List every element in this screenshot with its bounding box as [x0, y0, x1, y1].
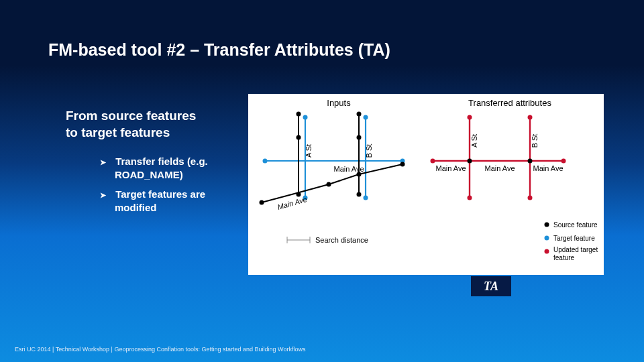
svg-point-32 [561, 159, 566, 164]
bullet-2-line-2: modified [115, 202, 157, 213]
label-a-st-left: A St [305, 144, 313, 158]
ta-badge: TA [471, 276, 511, 296]
svg-point-12 [297, 135, 301, 140]
svg-point-20 [400, 162, 405, 167]
bullet-1-line-1: Transfer fields (e.g. [115, 156, 208, 167]
label-a-st-right: A St [470, 134, 478, 147]
svg-point-33 [468, 159, 472, 164]
bullet-1-line-2: ROAD_NAME) [115, 169, 183, 180]
svg-point-18 [260, 200, 264, 205]
svg-point-29 [528, 115, 533, 120]
svg-point-19 [327, 182, 331, 187]
svg-point-6 [364, 196, 368, 200]
label-b-st-left: B St [365, 144, 373, 158]
label-main-ave-right-1: Main Ave [435, 164, 466, 172]
legend-target: Target feature [553, 235, 595, 242]
svg-point-7 [263, 159, 268, 164]
diagram-figure: Inputs Transferred attributes [248, 94, 604, 275]
subtitle-line2: to target features [66, 125, 170, 139]
svg-point-17 [357, 192, 362, 197]
subtitle-line1: From source features [66, 109, 196, 123]
transferred-graphic: A St B St Main Ave Main Ave Main Ave Sou… [431, 115, 598, 262]
svg-point-15 [357, 135, 362, 140]
slide-subtitle: From source features to target features [66, 108, 196, 141]
label-main-ave-left-1: Main Ave [333, 165, 364, 173]
slide-title: FM-based tool #2 – Transfer Attributes (… [48, 40, 390, 60]
svg-point-31 [431, 159, 435, 164]
svg-point-37 [545, 249, 549, 254]
header-inputs: Inputs [327, 98, 351, 108]
legend-updated-l1: Updated target [553, 246, 598, 253]
bullet-list: Transfer fields (e.g. ROAD_NAME) Target … [88, 155, 208, 220]
svg-point-11 [297, 112, 301, 117]
label-main-ave-right-2: Main Ave [484, 164, 515, 172]
svg-point-3 [303, 115, 308, 120]
slide-footer: Esri UC 2014 | Technical Workshop | Geop… [15, 346, 305, 353]
label-main-ave-right-3: Main Ave [533, 164, 563, 172]
bullet-2-line-1: Target features are [115, 188, 205, 200]
svg-point-5 [364, 115, 368, 120]
svg-point-34 [528, 159, 533, 164]
header-transferred: Transferred attributes [468, 98, 551, 108]
svg-point-35 [545, 223, 549, 227]
legend-updated-l2: feature [553, 254, 575, 261]
bullet-item-1: Transfer fields (e.g. ROAD_NAME) [115, 155, 208, 182]
bullet-item-2: Target features are modified [115, 188, 208, 215]
label-search-distance: Search distance [315, 236, 368, 244]
svg-point-27 [468, 115, 472, 120]
svg-point-30 [528, 196, 533, 200]
svg-point-28 [468, 196, 472, 200]
inputs-graphic: A St B St Main Ave Main Ave Search dista… [260, 112, 405, 245]
label-b-st-right: B St [531, 134, 539, 148]
svg-point-36 [545, 236, 549, 241]
svg-point-14 [357, 112, 362, 117]
legend: Source feature Target feature Updated ta… [545, 221, 598, 261]
legend-source: Source feature [553, 221, 598, 229]
